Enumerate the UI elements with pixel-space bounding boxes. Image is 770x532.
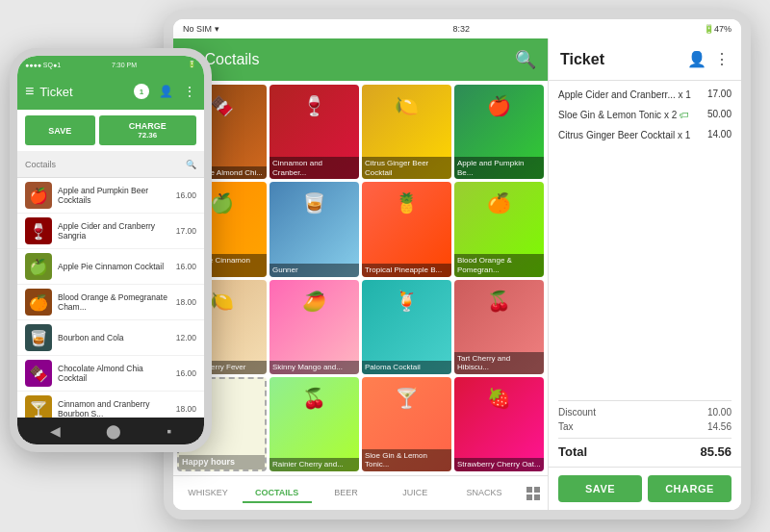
item-price: 17.00 [176, 226, 196, 236]
item-label: Gunner [270, 264, 359, 277]
catalog-item[interactable]: 🍒 Rainier Cherry and... [270, 377, 359, 471]
save-button[interactable]: SAVE [558, 475, 642, 502]
item-price: 18.00 [176, 404, 196, 414]
phone-user-icon[interactable]: 👤 [159, 85, 173, 98]
phone-more-icon[interactable]: ⋮ [183, 84, 196, 99]
list-item[interactable]: 🍸 Cinnamon and Cranberry Bourbon S... 18… [17, 392, 204, 418]
item-label: Rainier Cherry and... [270, 458, 359, 471]
catalog-title: Coctails [205, 51, 505, 68]
catalog-item[interactable]: 🥃 Gunner [270, 182, 359, 276]
catalog-item[interactable]: 🥭 Skinny Mango and... [270, 280, 359, 374]
tab-whiskey[interactable]: WHISKEY [173, 484, 243, 503]
list-item[interactable]: 🍎 Apple and Pumpkin Beer Cocktails 16.00 [17, 178, 204, 214]
item-label: Strawberry Cherry Oat... [454, 458, 544, 471]
phone-actions: SAVE CHARGE 72.36 [17, 110, 204, 151]
total-row: Total 85.56 [558, 444, 732, 459]
item-price: 12.00 [176, 333, 196, 342]
phone-search-icon[interactable]: 🔍 [186, 160, 196, 169]
home-button[interactable]: ⬤ [106, 423, 121, 439]
catalog-item[interactable]: 🍒 Tart Cherry and Hibiscu... [454, 280, 544, 374]
phone-navbar: ◀ ⬤ ▪ [17, 418, 204, 444]
item-name: Chocolate Almond Chia Cocktail [58, 364, 170, 383]
back-button[interactable]: ◀ [50, 423, 61, 439]
phone-charge-button[interactable]: CHARGE 72.36 [99, 115, 197, 145]
phone-battery: 🔋 [188, 61, 196, 68]
discount-row: Discount 10.00 [558, 407, 732, 418]
tablet: No SIM ▾ 8:32 🔋47% ≡ Coctails 🔍 [164, 10, 751, 519]
tab-snacks[interactable]: SNACKS [449, 484, 519, 503]
tab-coctails[interactable]: COCTAILS [243, 484, 312, 503]
item-avatar: 🍎 [25, 182, 52, 209]
ticket-panel: Ticket 👤 ⋮ Apple Cider and Cranberr... x… [549, 38, 741, 510]
svg-rect-3 [534, 494, 540, 500]
charge-button[interactable]: CHARGE [648, 475, 732, 502]
ticket-item-row: Apple Cider and Cranberr... x 1 17.00 [558, 89, 732, 101]
search-icon[interactable]: 🔍 [515, 49, 536, 70]
ticket-item-name: Citrus Ginger Beer Cocktail x 1 [558, 129, 707, 141]
item-name: Apple Pie Cinnamon Cocktail [58, 262, 170, 271]
catalog-item[interactable]: 🍹 Paloma Cocktail [362, 280, 451, 374]
recents-button[interactable]: ▪ [167, 423, 171, 439]
catalog-item[interactable]: 🍸 Sloe Gin & Lemon Tonic... [362, 377, 451, 471]
ticket-item-price: 50.00 [707, 109, 732, 119]
item-name: Apple and Pumpkin Beer Cocktails [58, 186, 170, 205]
tablet-battery: 🔋47% [704, 24, 732, 34]
item-price: 18.00 [176, 297, 196, 307]
tab-juice[interactable]: JUICE [380, 484, 449, 503]
phone-save-button[interactable]: SAVE [25, 115, 95, 145]
phone-time: 7:30 PM [112, 62, 137, 68]
svg-rect-0 [526, 487, 532, 493]
phone-search-bar: Coctails 🔍 [17, 151, 204, 178]
item-label: Blood Orange & Pomegran... [454, 254, 544, 276]
ticket-item-row: Sloe Gin & Lemon Tonic x 2 🏷 50.00 [558, 109, 732, 121]
list-item[interactable]: 🍏 Apple Pie Cinnamon Cocktail 16.00 [17, 249, 204, 285]
discount-label: Discount [558, 407, 596, 418]
item-price: 16.00 [176, 262, 196, 271]
item-price: 16.00 [176, 190, 196, 200]
item-label: Sloe Gin & Lemon Tonic... [362, 449, 451, 471]
catalog-grid: 🍫 Chocolate Almond Chi... 🍷 Cinnamon and… [173, 81, 548, 475]
catalog-item[interactable]: 🍊 Blood Orange & Pomegran... [454, 182, 544, 276]
list-item[interactable]: 🍊 Blood Orange & Pomegranate Cham... 18.… [17, 285, 204, 320]
ticket-user-icon[interactable]: 👤 [687, 50, 706, 68]
item-label: Paloma Cocktail [362, 361, 451, 374]
item-avatar: 🥃 [25, 324, 52, 351]
phone-signal: ●●●● SQ●1 [25, 62, 61, 68]
catalog-item[interactable]: 🍓 Strawberry Cherry Oat... [454, 377, 544, 471]
total-label: Total [558, 444, 587, 459]
item-label: Tart Cherry and Hibiscu... [454, 352, 544, 374]
ticket-items: Apple Cider and Cranberr... x 1 17.00 Sl… [549, 81, 741, 394]
catalog-item[interactable]: 🍋 Citrus Ginger Beer Cocktail [362, 85, 451, 179]
item-label: Happy hours [179, 455, 265, 469]
catalog-panel: ≡ Coctails 🔍 🍫 Chocolate Almond Chi... 🍷 [173, 38, 549, 510]
item-price: 16.00 [176, 368, 196, 378]
svg-rect-2 [526, 494, 532, 500]
item-label: Citrus Ginger Beer Cocktail [362, 157, 451, 179]
phone-ticket-title: Ticket [39, 85, 128, 99]
catalog-item[interactable]: 🍍 Tropical Pineapple B... [362, 182, 451, 276]
ticket-summary: Discount 10.00 Tax 14.56 Total 85.56 [549, 394, 741, 467]
ticket-more-icon[interactable]: ⋮ [714, 50, 730, 68]
item-avatar: 🍫 [25, 360, 52, 387]
item-avatar: 🍊 [25, 289, 52, 316]
catalog-header: ≡ Coctails 🔍 [173, 38, 548, 81]
list-item[interactable]: 🥃 Bourbon and Cola 12.00 [17, 320, 204, 356]
tab-beer[interactable]: BEER [312, 484, 381, 503]
item-avatar: 🍷 [25, 217, 52, 244]
list-item[interactable]: 🍫 Chocolate Almond Chia Cocktail 16.00 [17, 356, 204, 392]
phone-menu-icon[interactable]: ≡ [25, 83, 34, 100]
item-name: Apple Cider and Cranberry Sangria [58, 221, 170, 241]
phone: ●●●● SQ●1 7:30 PM 🔋 ≡ Ticket 1 👤 ⋮ SAVE … [10, 48, 212, 452]
ticket-actions: SAVE CHARGE [549, 467, 741, 510]
item-label: Tropical Pineapple B... [362, 264, 451, 277]
list-item[interactable]: 🍷 Apple Cider and Cranberry Sangria 17.0… [17, 214, 204, 249]
catalog-item[interactable]: 🍎 Apple and Pumpkin Be... [454, 85, 544, 179]
total-value: 85.56 [700, 444, 732, 459]
scene: No SIM ▾ 8:32 🔋47% ≡ Coctails 🔍 [0, 0, 770, 532]
tablet-time: 8:32 [452, 24, 470, 34]
tax-row: Tax 14.56 [558, 421, 732, 432]
ticket-header: Ticket 👤 ⋮ [549, 38, 741, 81]
tab-grid-view[interactable] [519, 483, 548, 504]
catalog-item[interactable]: 🍷 Cinnamon and Cranber... [270, 85, 359, 179]
ticket-item-name: Apple Cider and Cranberr... x 1 [558, 89, 707, 101]
